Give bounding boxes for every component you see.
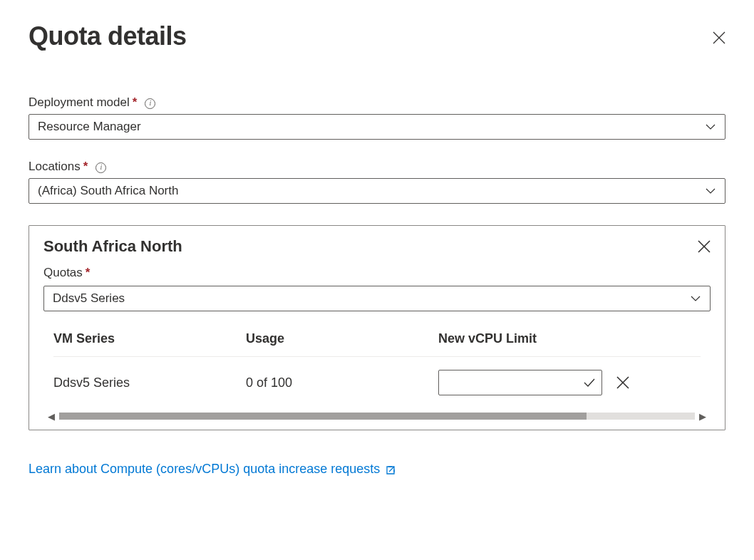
page-title: Quota details: [29, 21, 187, 51]
form-area: Deployment model * i Resource Manager Lo…: [29, 95, 725, 477]
new-limit-input[interactable]: [438, 370, 602, 395]
region-box: South Africa North Quotas * Ddsv5 Series…: [29, 225, 725, 430]
deployment-model-label: Deployment model: [29, 95, 130, 110]
close-icon[interactable]: [616, 376, 629, 389]
table-row: Ddsv5 Series 0 of 100: [53, 357, 701, 408]
cell-usage: 0 of 100: [246, 375, 438, 390]
required-indicator: *: [85, 266, 91, 280]
scroll-right-icon[interactable]: ▶: [695, 413, 711, 420]
quota-table: VM Series Usage New vCPU Limit Ddsv5 Ser…: [43, 331, 711, 408]
table-header: VM Series Usage New vCPU Limit: [53, 331, 701, 357]
chevron-down-icon: [705, 185, 716, 197]
col-new-limit: New vCPU Limit: [438, 331, 701, 346]
required-indicator: *: [132, 95, 138, 110]
learn-more-label: Learn about Compute (cores/vCPUs) quota …: [29, 462, 380, 477]
locations-dropdown[interactable]: (Africa) South Africa North: [29, 178, 725, 204]
learn-more-link[interactable]: Learn about Compute (cores/vCPUs) quota …: [29, 462, 396, 477]
panel-header: Quota details: [29, 14, 725, 51]
info-icon[interactable]: i: [95, 162, 106, 173]
chevron-down-icon: [690, 293, 701, 304]
col-usage: Usage: [246, 331, 438, 346]
deployment-model-label-row: Deployment model * i: [29, 95, 725, 110]
cell-vm-series: Ddsv5 Series: [53, 375, 246, 390]
region-header: South Africa North: [43, 237, 711, 256]
quotas-label: Quotas: [43, 266, 83, 280]
quotas-dropdown[interactable]: Ddsv5 Series: [43, 286, 711, 311]
scroll-track[interactable]: [59, 413, 695, 420]
horizontal-scrollbar[interactable]: ◀ ▶: [29, 413, 725, 430]
col-vm-series: VM Series: [53, 331, 246, 346]
quotas-value: Ddsv5 Series: [53, 291, 125, 306]
external-link-icon: [386, 465, 396, 475]
locations-label: Locations: [29, 160, 81, 174]
required-indicator: *: [83, 160, 88, 174]
scroll-left-icon[interactable]: ◀: [43, 413, 59, 420]
cell-new-limit: [438, 370, 701, 395]
locations-value: (Africa) South Africa North: [38, 184, 178, 198]
info-icon[interactable]: i: [145, 98, 155, 109]
chevron-down-icon: [705, 121, 716, 133]
quota-details-panel: Quota details Deployment model * i Resou…: [0, 0, 754, 560]
deployment-model-dropdown[interactable]: Resource Manager: [29, 114, 725, 140]
scroll-thumb[interactable]: [59, 413, 587, 420]
region-title: South Africa North: [43, 237, 182, 256]
close-icon[interactable]: [698, 240, 711, 253]
quotas-label-row: Quotas *: [43, 266, 711, 280]
locations-label-row: Locations * i: [29, 160, 725, 174]
close-icon[interactable]: [713, 31, 725, 44]
deployment-model-value: Resource Manager: [38, 120, 141, 134]
checkmark-icon: [583, 376, 596, 389]
